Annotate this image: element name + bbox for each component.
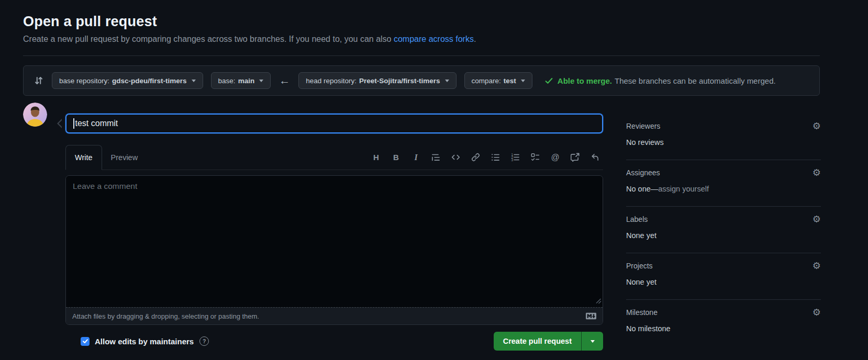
create-pull-request-button[interactable]: Create pull request — [494, 332, 581, 351]
text-cursor — [73, 118, 74, 129]
list-ordered-icon[interactable]: 123 — [510, 152, 520, 162]
gear-icon[interactable]: ⚙ — [813, 308, 821, 317]
sidebar-section-milestone: Milestone ⚙ No milestone — [626, 300, 821, 346]
gear-icon[interactable]: ⚙ — [813, 168, 821, 177]
list-unordered-icon[interactable] — [491, 152, 500, 162]
create-pr-dropdown-button[interactable] — [581, 332, 603, 351]
page-title: Open a pull request — [23, 14, 476, 30]
base-repository-value: gdsc-pdeu/first-timers — [112, 77, 187, 85]
chevron-down-icon — [445, 80, 449, 82]
labels-label: Labels — [626, 215, 648, 223]
head-repository-label: head repository: — [306, 77, 357, 85]
git-compare-icon — [34, 75, 44, 86]
base-repository-label: base repository: — [59, 77, 109, 85]
arrow-left-icon: ← — [279, 74, 290, 87]
chevron-down-icon — [591, 340, 595, 343]
merge-status-detail: These branches can be automatically merg… — [615, 76, 776, 85]
subtitle-period: . — [474, 35, 476, 43]
markdown-icon — [586, 311, 596, 321]
markdown-toolbar: H B I 123 — [371, 145, 603, 170]
help-question-icon[interactable]: ? — [199, 336, 209, 346]
compare-branch-selector[interactable]: compare: test — [464, 72, 532, 89]
attach-files-bar[interactable]: Attach files by dragging & dropping, sel… — [66, 307, 603, 324]
avatar — [23, 103, 47, 127]
tab-preview[interactable]: Preview — [102, 145, 147, 170]
tab-write[interactable]: Write — [65, 145, 102, 170]
branch-selection-bar: base repository: gdsc-pdeu/first-timers … — [23, 65, 820, 96]
comment-textarea[interactable]: Leave a comment — [66, 176, 603, 307]
allow-edits-label: Allow edits by maintainers — [95, 337, 194, 346]
compare-branch-value: test — [504, 77, 516, 85]
merge-status-title: Able to merge. — [558, 76, 612, 85]
italic-icon[interactable]: I — [411, 152, 421, 162]
head-repository-selector[interactable]: head repository: Preet-Sojitra/first-tim… — [298, 72, 456, 89]
milestone-value: No milestone — [626, 324, 821, 333]
pr-title-input[interactable]: test commit — [65, 114, 603, 133]
milestone-label: Milestone — [626, 308, 658, 317]
reviewers-label: Reviewers — [626, 122, 660, 130]
base-branch-value: main — [238, 77, 255, 85]
open-pull-request-page: Open a pull request Create a new pull re… — [0, 0, 868, 360]
link-icon[interactable] — [471, 152, 481, 162]
pull-request-form: test commit Write Preview H B I — [65, 114, 603, 351]
sidebar-section-assignees: Assignees ⚙ No one—assign yourself — [626, 160, 821, 207]
form-footer: Allow edits by maintainers ? Create pull… — [65, 332, 603, 351]
projects-label: Projects — [626, 262, 653, 270]
gear-icon[interactable]: ⚙ — [813, 121, 821, 131]
svg-text:3: 3 — [511, 158, 513, 162]
mention-icon[interactable]: @ — [550, 152, 560, 162]
saved-reply-icon[interactable] — [590, 152, 600, 162]
chevron-down-icon — [521, 80, 525, 82]
bold-icon[interactable]: B — [391, 152, 401, 162]
chevron-down-icon — [192, 80, 196, 82]
chevron-down-icon — [259, 80, 263, 82]
head-repository-value: Preet-Sojitra/first-timers — [359, 77, 440, 85]
pr-sidebar: Reviewers ⚙ No reviews Assignees ⚙ No on… — [626, 114, 821, 346]
check-icon — [544, 76, 553, 85]
subtitle-text: Create a new pull request by comparing c… — [23, 35, 394, 43]
sidebar-section-labels: Labels ⚙ None yet — [626, 207, 821, 253]
projects-value: None yet — [626, 278, 821, 286]
merge-status: Able to merge. These branches can be aut… — [544, 76, 776, 85]
sidebar-section-projects: Projects ⚙ None yet — [626, 253, 821, 300]
base-branch-label: base: — [218, 77, 236, 85]
base-branch-selector[interactable]: base: main — [211, 72, 271, 89]
assign-yourself-link[interactable]: assign yourself — [658, 185, 709, 193]
reviewers-value: No reviews — [626, 138, 821, 147]
resize-grip[interactable] — [595, 297, 602, 306]
page-subtitle: Create a new pull request by comparing c… — [23, 35, 476, 44]
assignees-label: Assignees — [626, 168, 660, 177]
allow-edits-group: Allow edits by maintainers ? — [81, 336, 209, 346]
assignees-value: No one—assign yourself — [626, 185, 821, 193]
compare-across-forks-link[interactable]: compare across forks — [394, 35, 474, 43]
gear-icon[interactable]: ⚙ — [813, 215, 821, 224]
header-divider — [23, 55, 820, 56]
comment-box: Leave a comment Attach files by dragging… — [65, 175, 603, 325]
create-pr-split-button: Create pull request — [494, 332, 603, 351]
attach-files-hint: Attach files by dragging & dropping, sel… — [72, 312, 259, 320]
page-header: Open a pull request Create a new pull re… — [23, 14, 476, 44]
compare-branch-label: compare: — [472, 77, 501, 85]
sidebar-section-reviewers: Reviewers ⚙ No reviews — [626, 114, 821, 160]
pr-title-value: test commit — [75, 119, 118, 128]
heading-icon[interactable]: H — [371, 152, 381, 162]
quote-icon[interactable] — [431, 152, 441, 162]
allow-edits-checkbox[interactable] — [81, 337, 90, 346]
tasklist-icon[interactable] — [530, 152, 540, 162]
code-icon[interactable] — [451, 152, 461, 162]
comment-tabnav: Write Preview H B I 123 — [65, 145, 603, 170]
labels-value: None yet — [626, 231, 821, 240]
cross-reference-icon[interactable] — [570, 152, 580, 162]
title-input-wrap: test commit — [65, 114, 603, 133]
comment-placeholder: Leave a comment — [73, 182, 137, 190]
base-repository-selector[interactable]: base repository: gdsc-pdeu/first-timers — [52, 72, 203, 89]
gear-icon[interactable]: ⚙ — [813, 261, 821, 271]
